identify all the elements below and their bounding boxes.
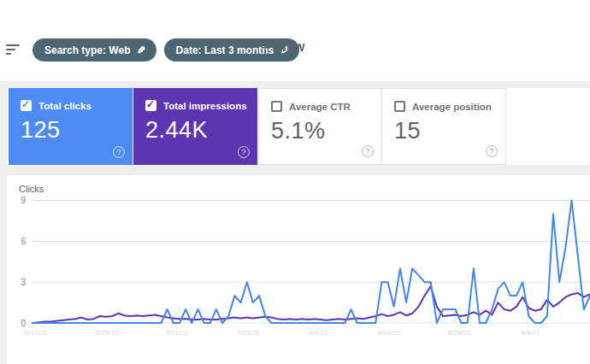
plus-icon: +	[261, 40, 270, 56]
total-impressions-value: 2.44K	[145, 117, 247, 144]
filter-toolbar: Search type: Web ✎ Date: Last 3 months ✎…	[0, 0, 590, 81]
filter-list-icon[interactable]	[6, 44, 25, 57]
x-axis-date-label: 8/4/21	[309, 329, 328, 337]
x-axis-date-label: 7/11/21	[166, 329, 189, 337]
help-icon[interactable]: ?	[362, 145, 374, 157]
total-clicks-label: Total clicks	[38, 101, 91, 111]
help-icon[interactable]: ?	[486, 145, 498, 157]
total-clicks-checkbox[interactable]: ✓	[21, 100, 32, 111]
search-type-filter-label: Search type: Web	[44, 44, 130, 56]
date-filter-label: Date: Last 3 months	[176, 44, 274, 56]
average-position-label: Average position	[412, 102, 492, 112]
y-axis-tick-label: 3	[21, 278, 26, 287]
average-ctr-card[interactable]: Average CTR 5.1% ?	[258, 88, 382, 165]
average-ctr-checkbox[interactable]	[271, 101, 282, 112]
x-axis-date-label: 8/16/21	[378, 329, 401, 337]
total-impressions-line	[32, 286, 590, 323]
new-filter-button-label: NEW	[279, 42, 306, 54]
x-axis-date-label: 7/23/21	[237, 329, 260, 337]
total-impressions-checkbox[interactable]: ✓	[145, 100, 156, 111]
total-impressions-card[interactable]: ✓ Total impressions 2.44K ?	[133, 88, 257, 165]
y-axis-tick-label: 9	[21, 196, 26, 205]
checkmark-icon: ✓	[146, 98, 155, 110]
search-type-filter-chip[interactable]: Search type: Web ✎	[32, 38, 156, 62]
total-clicks-card[interactable]: ✓ Total clicks 125 ?	[9, 88, 133, 165]
x-axis-date-label: 8/28/21	[448, 329, 471, 337]
average-position-value: 15	[394, 118, 495, 144]
performance-chart-panel: Clicks 96306/17/216/29/217/11/217/23/218…	[7, 175, 590, 364]
x-axis-date-label: 6/17/21	[25, 329, 48, 337]
average-position-checkbox[interactable]	[394, 101, 405, 112]
x-axis-date-label: 9/9/21	[521, 329, 540, 337]
total-clicks-value: 125	[21, 117, 122, 144]
help-icon[interactable]: ?	[238, 146, 250, 158]
y-axis-tick-label: 6	[21, 237, 26, 246]
clicks-impressions-line-chart[interactable]: 96306/17/216/29/217/11/217/23/218/4/218/…	[7, 175, 590, 364]
x-axis-date-label: 6/29/21	[96, 329, 119, 337]
total-impressions-label: Total impressions	[163, 101, 247, 111]
average-position-card[interactable]: Average position 15 ?	[382, 88, 506, 165]
new-filter-button[interactable]: + NEW	[261, 40, 305, 56]
total-clicks-line	[32, 201, 590, 323]
checkmark-icon: ✓	[21, 98, 30, 110]
help-icon[interactable]: ?	[113, 146, 125, 158]
average-ctr-label: Average CTR	[289, 102, 351, 112]
edit-pencil-icon: ✎	[137, 45, 145, 56]
metric-cards-panel: ✓ Total clicks 125 ? ✓ Total impressions…	[7, 88, 590, 165]
average-ctr-value: 5.1%	[271, 118, 371, 144]
filter-chip-row: Search type: Web ✎ Date: Last 3 months ✎	[32, 38, 299, 62]
y-axis-tick-label: 0	[21, 319, 26, 328]
